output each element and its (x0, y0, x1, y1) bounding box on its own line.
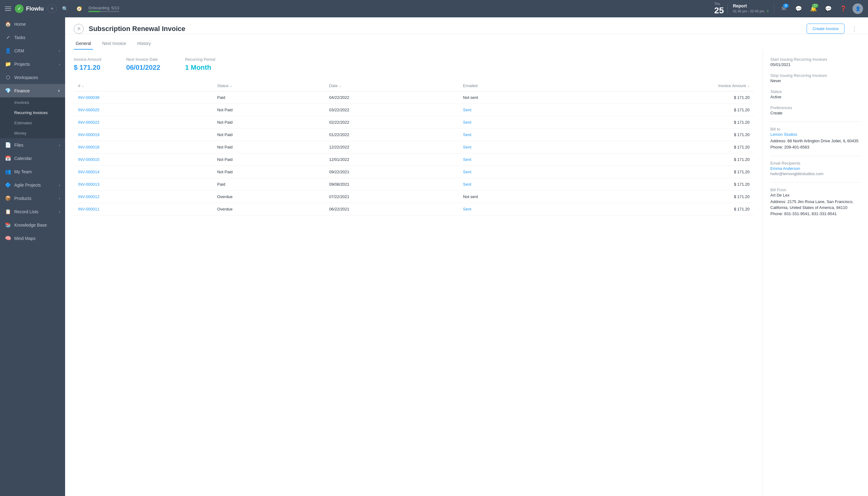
cell-id[interactable]: INV-000019 (74, 129, 213, 141)
tab-history[interactable]: History (136, 38, 153, 50)
sidebar-label-knowledge: Knowledge Base (14, 222, 47, 228)
emailed-link[interactable]: Sent (463, 108, 471, 112)
calendar-icon: 📅 (5, 155, 11, 161)
emailed-link[interactable]: Sent (463, 170, 471, 174)
sidebar-item-knowledge[interactable]: 📚 Knowledge Base (0, 218, 65, 232)
sort-amount-icon: ⌄ (747, 84, 749, 88)
cell-date: 03/22/2022 (325, 104, 459, 116)
sidebar-item-finance[interactable]: 💎 Finance ∨ (0, 84, 65, 97)
sidebar-item-calendar[interactable]: 📅 Calendar (0, 152, 65, 165)
add-button[interactable]: + (47, 4, 57, 13)
knowledge-icon: 📚 (5, 222, 11, 228)
col-id[interactable]: # ⌄ (74, 80, 213, 91)
cell-date: 07/22/2021 (325, 191, 459, 203)
table-row: INV-000018 Not Paid 12/22/2022 Sent $ 17… (74, 141, 754, 153)
sidebar-item-projects[interactable]: 📁 Projects › (0, 57, 65, 71)
emailed-plain: Not sent (463, 95, 478, 100)
emailed-link[interactable]: Sent (463, 145, 471, 150)
sidebar-label-recordlists: Record Lists (14, 209, 38, 214)
tabs: General Next Invoice History (65, 38, 868, 50)
add-report-icon[interactable]: + (766, 9, 769, 14)
avatar[interactable]: 👤 (852, 3, 863, 14)
cell-id[interactable]: INV-000015 (74, 153, 213, 166)
page-title: Subscription Renewal Invoice (89, 25, 802, 33)
cell-emailed: Sent (459, 153, 569, 166)
sidebar-item-agile[interactable]: 🔷 Agile Projects › (0, 178, 65, 191)
cell-status: Not Paid (213, 166, 325, 178)
cell-id[interactable]: INV-000018 (74, 141, 213, 153)
cell-id[interactable]: INV-000022 (74, 116, 213, 129)
summary-row: Invoice Amount $ 171.20 Next Invoice Dat… (74, 57, 754, 72)
menu-icon[interactable] (5, 6, 11, 11)
col-amount[interactable]: Invoice Amount ⌄ (569, 80, 754, 91)
cell-id[interactable]: INV-000014 (74, 166, 213, 178)
cell-id[interactable]: INV-000013 (74, 178, 213, 191)
recurring-period-label: Recurring Period (185, 57, 215, 62)
table-row: INV-000014 Not Paid 09/22/2021 Sent $ 17… (74, 166, 754, 178)
start-issuing-block: Start Issuing Recurring Invoices 05/01/2… (770, 57, 861, 67)
cell-date: 02/22/2022 (325, 116, 459, 129)
bill-to-name[interactable]: Lemon Studios (770, 132, 861, 137)
search-icon[interactable]: 🔍 (60, 4, 70, 13)
col-status[interactable]: Status ⌄ (213, 80, 325, 91)
bill-to-block: Bill to Lemon Studios Address: 68 North … (770, 127, 861, 150)
bell-button[interactable]: 🔔 27 (808, 3, 819, 14)
sidebar-item-tasks[interactable]: ✓ Tasks (0, 31, 65, 44)
cell-emailed: Not sent (459, 91, 569, 104)
cell-id[interactable]: INV-000012 (74, 191, 213, 203)
close-button[interactable]: ✕ (74, 24, 84, 34)
topbar: ✓ Flowlu + 🔍 🧭 Onboarding 5/13 Thu 25 Re… (0, 0, 868, 17)
sidebar-item-workspaces[interactable]: ⬡ Workspaces (0, 71, 65, 84)
invoice-table: # ⌄ Status ⌄ Date ⌄ Emailed Invoice Amou… (74, 80, 754, 215)
chat-button[interactable]: 💬 (793, 3, 804, 14)
sidebar-sub-recurring[interactable]: Recurring Invoices (0, 108, 65, 118)
cell-date: 12/01/2022 (325, 153, 459, 166)
emailed-link[interactable]: Sent (463, 133, 471, 137)
create-invoice-button[interactable]: Create Invoice (807, 24, 844, 34)
emailed-link[interactable]: Sent (463, 207, 471, 212)
cell-amount: $ 171.20 (569, 91, 754, 104)
sidebar-item-home[interactable]: 🏠 Home (0, 17, 65, 31)
sort-status-icon: ⌄ (230, 84, 232, 88)
sidebar-item-crm[interactable]: 👤 CRM › (0, 44, 65, 57)
help-button[interactable]: ❓ (838, 3, 849, 14)
sidebar-label-tasks: Tasks (14, 35, 26, 40)
nav-icon[interactable]: 🧭 (74, 3, 84, 14)
cell-amount: $ 171.20 (569, 116, 754, 129)
more-options-button[interactable]: ⋮ (849, 24, 859, 34)
tab-general[interactable]: General (74, 38, 93, 50)
cell-id[interactable]: INV-000025 (74, 104, 213, 116)
cell-emailed: Sent (459, 141, 569, 153)
table-row: INV-000012 Overdue 07/22/2021 Not sent $… (74, 191, 754, 203)
sidebar-item-myteam[interactable]: 👥 My Team (0, 165, 65, 178)
cell-id[interactable]: INV-000011 (74, 203, 213, 215)
sidebar-sub-invoices[interactable]: Invoices (0, 97, 65, 108)
emailed-link[interactable]: Sent (463, 157, 471, 162)
emailed-link[interactable]: Sent (463, 120, 471, 125)
divider-3 (770, 182, 861, 183)
cell-amount: $ 171.20 (569, 191, 754, 203)
tab-next-invoice[interactable]: Next Invoice (100, 38, 128, 50)
cell-id[interactable]: INV-000038 (74, 91, 213, 104)
emailed-link[interactable]: Sent (463, 182, 471, 187)
col-date[interactable]: Date ⌄ (325, 80, 459, 91)
report-block[interactable]: Report 01:45 pm - 02:45 pm + (728, 3, 774, 14)
cell-date: 04/22/2022 (325, 91, 459, 104)
cell-amount: $ 171.20 (569, 104, 754, 116)
cell-amount: $ 171.20 (569, 153, 754, 166)
email-recipient-name[interactable]: Emma Anderson (770, 166, 861, 171)
bill-to-phone: Phone: 209-401-6583 (770, 145, 861, 150)
sidebar-item-mindmaps[interactable]: 🧠 Mind Maps (0, 232, 65, 245)
invoice-amount-value: $ 171.20 (74, 64, 102, 72)
workspaces-icon: ⬡ (5, 74, 11, 80)
crm-arrow: › (59, 49, 60, 53)
sidebar-item-files[interactable]: 📄 Files › (0, 138, 65, 152)
sidebar-sub-money[interactable]: Money (0, 128, 65, 138)
sidebar-sub-estimates[interactable]: Estimates (0, 118, 65, 128)
sidebar-item-recordlists[interactable]: 📋 Record Lists › (0, 205, 65, 218)
next-invoice-date-label: Next Invoice Date (126, 57, 160, 62)
messages-button[interactable]: 💬 (823, 3, 834, 14)
cell-status: Not Paid (213, 153, 325, 166)
sidebar-item-products[interactable]: 📦 Products › (0, 191, 65, 205)
mail-button[interactable]: ✉ 9 (778, 3, 789, 14)
